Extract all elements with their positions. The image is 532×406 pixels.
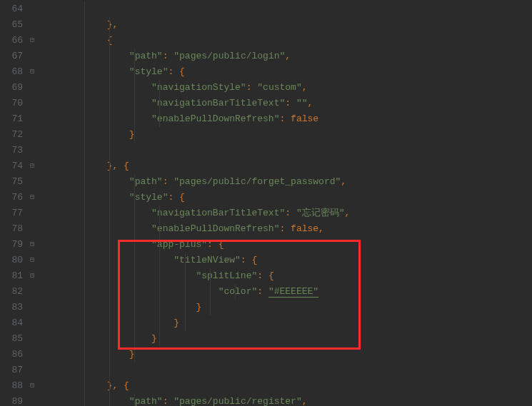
- indent-guide: [84, 300, 85, 315]
- gutter-row: 71: [0, 111, 37, 127]
- indent-guide: [159, 268, 160, 284]
- code-line[interactable]: [40, 362, 350, 378]
- indent-guide: [159, 331, 160, 347]
- code-area[interactable]: }, { "path": "pages/public/login", "styl…: [37, 0, 350, 406]
- code-line[interactable]: "titleNView": {: [40, 253, 350, 268]
- indent-guide: [109, 394, 110, 406]
- indent-guide: [134, 64, 135, 80]
- indent-guide: [185, 300, 186, 315]
- code-line[interactable]: "path": "pages/public/forget_password",: [40, 174, 350, 190]
- indent-guide: [134, 315, 135, 331]
- code-line[interactable]: }: [40, 347, 350, 362]
- fold-minus-icon[interactable]: ⊟: [30, 64, 34, 80]
- gutter-row: 84: [0, 315, 37, 331]
- indent-guide: [84, 143, 85, 158]
- code-text: {: [40, 35, 112, 46]
- indent-guide: [109, 190, 110, 205]
- line-number: 74: [11, 158, 23, 174]
- code-text: "navigationStyle": "custom",: [40, 82, 308, 93]
- indent-guide: [185, 253, 186, 268]
- code-line[interactable]: "navigationStyle": "custom",: [40, 80, 350, 96]
- indent-guide: [159, 96, 160, 111]
- code-line[interactable]: }: [40, 315, 350, 331]
- code-line[interactable]: }, {: [40, 378, 350, 394]
- indent-guide: [109, 253, 110, 268]
- fold-minus-icon[interactable]: ⊟: [30, 378, 34, 394]
- code-line[interactable]: "color": "#EEEEEE": [40, 284, 350, 300]
- indent-guide: [84, 253, 85, 268]
- code-line[interactable]: {: [40, 33, 350, 49]
- line-number: 76: [11, 190, 23, 205]
- code-line[interactable]: "style": {: [40, 190, 350, 205]
- indent-guide: [84, 284, 85, 300]
- fold-minus-icon[interactable]: ⊟: [30, 253, 34, 268]
- indent-guide: [84, 221, 85, 237]
- indent-guide: [109, 143, 110, 158]
- code-line[interactable]: "navigationBarTitleText": "忘记密码",: [40, 205, 350, 221]
- indent-guide: [109, 158, 110, 174]
- indent-guide: [84, 362, 85, 378]
- code-line[interactable]: }: [40, 300, 350, 315]
- code-editor[interactable]: 646566⊟6768⊟697071727374⊟7576⊟777879⊟80⊟…: [0, 0, 532, 406]
- indent-guide: [109, 111, 110, 127]
- indent-guide: [84, 347, 85, 362]
- code-line[interactable]: "navigationBarTitleText": "",: [40, 96, 350, 111]
- fold-minus-icon[interactable]: ⊟: [30, 33, 34, 49]
- indent-guide: [84, 394, 85, 406]
- gutter-row: 66⊟: [0, 33, 37, 49]
- fold-minus-icon[interactable]: ⊟: [30, 190, 34, 205]
- indent-guide: [134, 174, 135, 190]
- fold-minus-icon[interactable]: ⊟: [30, 158, 34, 174]
- code-text: "titleNView": {: [40, 255, 257, 265]
- indent-guide: [134, 96, 135, 111]
- fold-minus-icon[interactable]: ⊟: [30, 268, 34, 284]
- fold-minus-icon[interactable]: ⊟: [30, 237, 34, 253]
- line-number: 75: [11, 174, 23, 190]
- code-line[interactable]: "path": "pages/public/register",: [40, 394, 350, 406]
- gutter-row: 85: [0, 331, 37, 347]
- indent-guide: [84, 64, 85, 80]
- code-line[interactable]: "style": {: [40, 64, 350, 80]
- gutter-row: 68⊟: [0, 64, 37, 80]
- code-line[interactable]: }: [40, 127, 350, 143]
- indent-guide: [134, 331, 135, 347]
- indent-guide: [109, 315, 110, 331]
- code-line[interactable]: "path": "pages/public/login",: [40, 49, 350, 64]
- gutter-row: 82: [0, 284, 37, 300]
- code-line[interactable]: "splitLine": {: [40, 268, 350, 284]
- indent-guide: [159, 111, 160, 127]
- indent-guide: [109, 17, 110, 33]
- code-line[interactable]: [40, 143, 350, 158]
- code-line[interactable]: [40, 1, 350, 17]
- code-line[interactable]: }, {: [40, 158, 350, 174]
- code-text: "navigationBarTitleText": "",: [40, 98, 313, 108]
- indent-guide: [134, 127, 135, 143]
- indent-guide: [109, 237, 110, 253]
- indent-guide: [159, 315, 160, 331]
- indent-guide: [134, 111, 135, 127]
- code-line[interactable]: }: [40, 331, 350, 347]
- gutter-row: 65: [0, 17, 37, 33]
- indent-guide: [109, 49, 110, 64]
- indent-guide: [159, 284, 160, 300]
- code-text: }: [40, 333, 157, 344]
- line-number: 89: [11, 394, 23, 406]
- code-line[interactable]: "enablePullDownRefresh": false: [40, 111, 350, 127]
- code-line[interactable]: "app-plus": {: [40, 237, 350, 253]
- indent-guide: [84, 268, 85, 284]
- code-text: "color": "#EEEEEE": [40, 286, 318, 298]
- code-line[interactable]: "enablePullDownRefresh": false,: [40, 221, 350, 237]
- line-number: 81: [11, 268, 23, 284]
- indent-guide: [109, 64, 110, 80]
- indent-guide: [235, 284, 236, 300]
- gutter-row: 75: [0, 174, 37, 190]
- gutter-row: 74⊟: [0, 158, 37, 174]
- code-line[interactable]: },: [40, 17, 350, 33]
- indent-guide: [109, 127, 110, 143]
- indent-guide: [134, 253, 135, 268]
- gutter-row: 72: [0, 127, 37, 143]
- indent-guide: [109, 268, 110, 284]
- line-number: 79: [11, 237, 23, 253]
- indent-guide: [159, 205, 160, 221]
- line-number: 73: [11, 143, 23, 158]
